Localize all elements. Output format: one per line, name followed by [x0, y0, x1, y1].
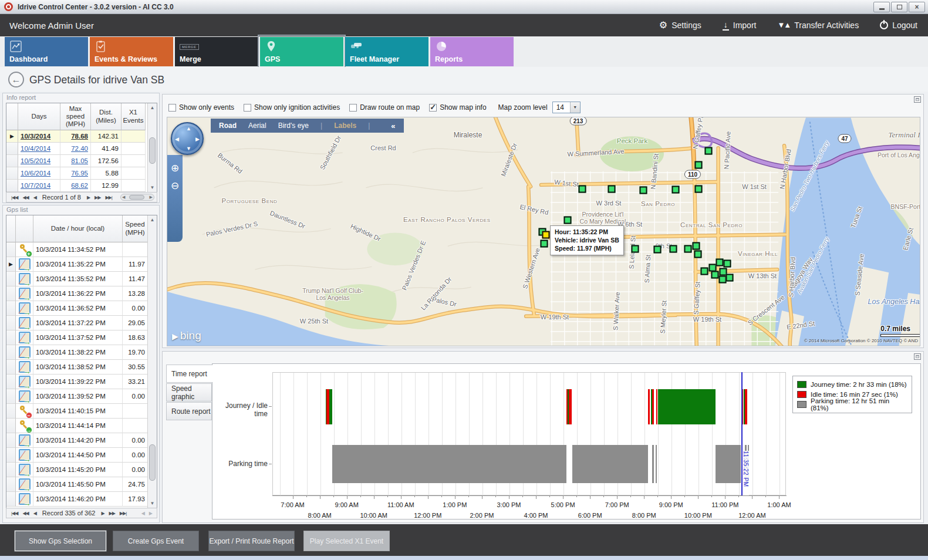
gps-route-marker[interactable] [672, 186, 680, 194]
logout-button[interactable]: Logout [880, 21, 917, 30]
tab-events-reviews[interactable]: Events & Reviews [90, 37, 173, 66]
gps-route-marker[interactable] [695, 185, 703, 193]
day-link[interactable]: 10/6/2014 [21, 170, 50, 177]
gps-list-row[interactable]: ▶→10/3/2014 11:35:22 PM11.97 [6, 257, 157, 272]
column-header[interactable]: Speed (MPH) [123, 215, 148, 242]
scroll-up-icon[interactable]: ▲ [148, 103, 157, 112]
gps-route-marker[interactable] [541, 240, 548, 248]
gps-list-row[interactable]: →10/3/2014 11:44:20 PM0.00 [6, 433, 157, 448]
bing-map[interactable]: MiralesteCrest RdBurma RdSouthfield DrMi… [167, 117, 920, 346]
settings-button[interactable]: ⚙ Settings [659, 21, 701, 30]
show-gps-selection-button[interactable]: Show Gps Selection [15, 531, 106, 551]
draw-route-checkbox[interactable] [349, 104, 357, 112]
chart-panel-maximize-button[interactable] [914, 353, 921, 360]
scroll-up-icon[interactable]: ▲ [148, 215, 157, 224]
gps-list-row[interactable]: →10/3/2014 11:38:22 PM19.70 [6, 345, 157, 360]
info-report-row[interactable]: 10/7/201468.6212.99 [6, 180, 157, 192]
gps-list-row[interactable]: +10/3/2014 11:34:52 PM [6, 242, 157, 257]
info-table-scrollbar[interactable]: ▲ ▼ [147, 103, 157, 192]
prev-record-button[interactable]: ◀ [33, 511, 36, 516]
tab-reports[interactable]: Reports [430, 37, 514, 66]
next-record-button[interactable]: ▶ [101, 511, 104, 516]
tab-route-report[interactable]: Route report [166, 402, 212, 420]
zoom-in-button[interactable]: ⊕ [170, 163, 180, 174]
first-record-button[interactable]: |◀◀ [11, 195, 18, 200]
last-record-button[interactable]: ▶▶| [105, 195, 112, 200]
gps-list-row[interactable]: →10/3/2014 11:36:52 PM0.00 [6, 301, 157, 316]
tab-merge[interactable]: MERGE Merge [175, 37, 258, 66]
column-header[interactable]: Date / hour (local) [33, 215, 123, 242]
gps-table-scrollbar[interactable]: ▲ ▼ [147, 215, 157, 508]
selected-gps-marker[interactable] [542, 231, 550, 239]
info-report-row[interactable]: 10/4/201472.4041.49 [6, 143, 157, 155]
first-record-button[interactable]: |◀◀ [11, 511, 18, 516]
map-panel-maximize-button[interactable] [914, 96, 921, 103]
prev-page-button[interactable]: ◀◀ [22, 511, 28, 516]
pan-right-icon[interactable]: ▶ [195, 136, 200, 142]
column-header[interactable] [6, 103, 18, 130]
gps-route-marker[interactable] [694, 251, 702, 258]
tab-time-report[interactable]: Time report [166, 365, 213, 383]
info-report-row[interactable]: ▶10/3/201478.68142.31 [6, 130, 157, 143]
gps-list-row[interactable]: →10/3/2014 11:37:52 PM18.63 [6, 330, 157, 345]
max-speed-link[interactable]: 76.95 [71, 170, 88, 177]
gps-list-row[interactable]: →10/3/2014 11:39:52 PM0.00 [6, 389, 157, 404]
gps-route-marker[interactable] [654, 246, 662, 254]
gps-route-marker[interactable] [705, 147, 713, 155]
map-pan-compass[interactable]: ▲ ▼ ◀ ▶ [171, 122, 204, 155]
gps-list-row[interactable]: →10/3/2014 11:44:50 PM0.00 [6, 448, 157, 463]
back-button[interactable]: ← [8, 72, 24, 87]
prev-page-button[interactable]: ◀◀ [22, 195, 28, 200]
last-record-button[interactable]: ▶▶| [120, 511, 126, 516]
gps-list-row[interactable]: →10/3/2014 11:44:14 PM [6, 419, 157, 433]
play-selected-x1-event-button[interactable]: Play Selected X1 Event [303, 531, 390, 551]
gps-route-marker[interactable] [693, 242, 700, 250]
create-gps-event-button[interactable]: Create Gps Event [113, 531, 199, 551]
map-zoom-level-select[interactable]: 14 ▼ [552, 102, 581, 113]
column-header[interactable]: Dist. (Miles) [91, 103, 122, 130]
gps-route-marker[interactable] [701, 268, 708, 275]
map-style-aerial[interactable]: Aerial [248, 122, 266, 130]
tab-dashboard[interactable]: Dashboard [5, 37, 88, 66]
gps-list-row[interactable]: →10/3/2014 11:35:52 PM11.47 [6, 272, 157, 286]
next-record-button[interactable]: ▶ [87, 195, 90, 200]
close-button[interactable]: × [909, 2, 925, 12]
show-only-ignition-checkbox[interactable] [244, 104, 251, 112]
gps-route-marker[interactable] [640, 187, 647, 194]
scroll-down-icon[interactable]: ▼ [148, 183, 157, 192]
max-speed-link[interactable]: 78.68 [71, 133, 88, 140]
gps-route-marker[interactable] [716, 259, 724, 266]
maximize-button[interactable] [891, 2, 907, 12]
map-style-road[interactable]: Road [219, 122, 237, 130]
pan-up-icon[interactable]: ▲ [186, 126, 191, 131]
tab-speed-graphic[interactable]: Speed graphic [166, 383, 212, 402]
gps-list-row[interactable]: →10/3/2014 11:38:52 PM30.55 [6, 360, 157, 375]
gps-list-row[interactable]: →10/3/2014 11:37:22 PM29.05 [6, 316, 157, 330]
gps-list-row[interactable]: →10/3/2014 11:45:20 PM0.00 [6, 463, 157, 477]
day-link[interactable]: 10/7/2014 [21, 182, 50, 189]
gps-route-marker[interactable] [564, 217, 572, 224]
max-speed-link[interactable]: 68.62 [71, 182, 88, 189]
gps-route-marker[interactable] [632, 245, 639, 253]
transfer-activities-button[interactable]: ▼▲ Transfer Activities [777, 21, 859, 30]
column-header[interactable]: Days [18, 103, 60, 130]
gps-route-marker[interactable] [608, 185, 616, 193]
pan-down-icon[interactable]: ▼ [186, 146, 191, 151]
import-button[interactable]: ↓ Import [723, 20, 757, 31]
info-report-row[interactable]: 10/6/201476.955.88 [6, 167, 157, 180]
day-link[interactable]: 10/3/2014 [21, 133, 50, 140]
show-map-info-checkbox[interactable] [429, 104, 437, 112]
scroll-down-icon[interactable]: ▼ [148, 499, 157, 508]
gps-route-marker[interactable] [695, 161, 703, 169]
next-page-button[interactable]: ▶▶ [109, 511, 115, 516]
gps-list-row[interactable]: →10/3/2014 11:36:22 PM13.28 [6, 286, 157, 301]
max-speed-link[interactable]: 81.05 [71, 157, 88, 164]
zoom-out-button[interactable]: ⊖ [170, 181, 180, 191]
day-link[interactable]: 10/4/2014 [21, 145, 50, 152]
collapse-toolbar-icon[interactable]: « [391, 122, 395, 130]
gps-route-marker[interactable] [684, 245, 692, 253]
map-style-birds-eye[interactable]: Bird's eye [278, 122, 309, 130]
gps-route-marker[interactable] [724, 260, 731, 268]
column-header[interactable] [16, 215, 33, 242]
gps-list-row[interactable]: −10/3/2014 11:40:15 PM [6, 404, 157, 419]
